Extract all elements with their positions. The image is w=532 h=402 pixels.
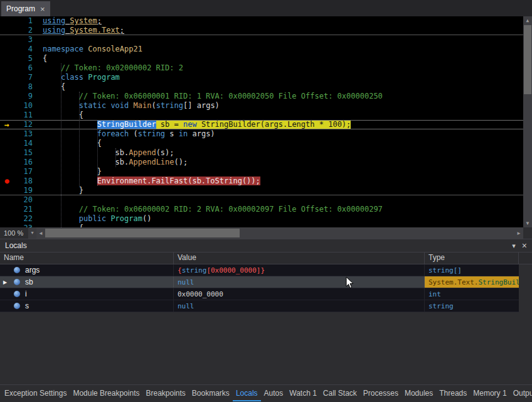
- editor-vertical-scrollbar[interactable]: ▲ ▼: [523, 16, 532, 227]
- code-text[interactable]: // Token: 0x06000001 RID: 1 RVA: 0x00002…: [43, 92, 383, 101]
- code-text[interactable]: }: [43, 167, 102, 177]
- variable-name: s: [25, 302, 29, 310]
- scroll-up-icon[interactable]: ▲: [523, 16, 532, 24]
- column-header-type[interactable]: Type: [425, 253, 519, 264]
- code-text[interactable]: {: [43, 54, 47, 63]
- breakpoint-margin[interactable]: [0, 92, 14, 101]
- breakpoint-margin[interactable]: [0, 224, 14, 227]
- line-number: 21: [14, 205, 33, 214]
- bottom-tab-call-stack[interactable]: Call Stack: [320, 386, 360, 401]
- scroll-down-icon[interactable]: ▼: [523, 219, 532, 227]
- breakpoint-margin[interactable]: [0, 63, 14, 73]
- code-text[interactable]: using System.Text;: [43, 26, 124, 35]
- code-line: 3: [0, 35, 523, 45]
- breakpoint-margin[interactable]: [0, 139, 14, 148]
- bottom-tab-processes[interactable]: Processes: [360, 386, 402, 401]
- bottom-tab-exception-settings[interactable]: Exception Settings: [1, 386, 70, 401]
- breakpoint-margin[interactable]: [0, 158, 14, 167]
- scrollbar-corner: [523, 227, 532, 239]
- current-statement-arrow[interactable]: →: [0, 120, 14, 129]
- bottom-tab-module-breakpoints[interactable]: Module Breakpoints: [70, 386, 142, 401]
- variable-name: sb: [25, 278, 33, 286]
- code-text[interactable]: {: [43, 224, 83, 227]
- code-text[interactable]: namespace ConsoleApp21: [43, 45, 142, 54]
- line-number: 22: [14, 214, 33, 224]
- locals-row[interactable]: snullstring: [0, 300, 519, 312]
- line-number: 7: [14, 73, 33, 82]
- breakpoint-margin[interactable]: [0, 73, 14, 82]
- code-line: 8 {: [0, 82, 523, 92]
- bottom-tab-output[interactable]: Output: [510, 386, 532, 401]
- locals-name-cell: i: [0, 288, 174, 300]
- bottom-tab-threads[interactable]: Threads: [436, 386, 470, 401]
- code-text[interactable]: {: [43, 82, 65, 92]
- scroll-right-icon[interactable]: ►: [514, 231, 523, 236]
- code-text[interactable]: sb.AppendLine();: [43, 158, 188, 167]
- code-text[interactable]: using System;: [43, 16, 102, 26]
- tab-title: Program: [6, 4, 35, 13]
- breakpoint-margin[interactable]: [0, 45, 14, 54]
- bottom-tab-bookmarks[interactable]: Bookmarks: [189, 386, 233, 401]
- code-line: 20: [0, 195, 523, 205]
- code-line: 7 class Program: [0, 73, 523, 82]
- breakpoint-margin[interactable]: [0, 101, 14, 111]
- code-line: 23 {: [0, 224, 523, 227]
- breakpoint-margin[interactable]: [0, 129, 14, 139]
- breakpoint-margin[interactable]: [0, 35, 14, 45]
- code-text[interactable]: class Program: [43, 73, 120, 82]
- breakpoint-margin[interactable]: [0, 16, 14, 26]
- code-text[interactable]: foreach (string s in args): [43, 129, 215, 139]
- code-line: 16 sb.AppendLine();: [0, 158, 523, 167]
- breakpoint-margin[interactable]: [0, 148, 14, 158]
- line-number: 15: [14, 148, 33, 158]
- code-editor[interactable]: 1using System;2using System.Text;34names…: [0, 16, 532, 227]
- code-text[interactable]: // Token: 0x02000002 RID: 2: [43, 63, 183, 73]
- bottom-tab-breakpoints[interactable]: Breakpoints: [142, 386, 188, 401]
- zoom-control[interactable]: 100 % ▾: [0, 227, 36, 239]
- document-tab-strip: Program ×: [0, 0, 532, 16]
- line-number: 9: [14, 92, 33, 101]
- code-text[interactable]: // Token: 0x06000002 RID: 2 RVA: 0x00002…: [43, 205, 383, 214]
- breakpoint-margin[interactable]: [0, 54, 14, 63]
- locals-title-bar: Locals ▾ ×: [0, 239, 532, 252]
- expander-icon[interactable]: ▶: [0, 280, 10, 285]
- locals-name-cell: s: [0, 300, 174, 312]
- breakpoint-margin[interactable]: [0, 82, 14, 92]
- locals-row[interactable]: args{string[0x0000_0000]}string[]: [0, 264, 519, 276]
- bottom-tab-modules[interactable]: Modules: [402, 386, 436, 401]
- bottom-tab-autos[interactable]: Autos: [261, 386, 287, 401]
- bottom-tab-locals[interactable]: Locals: [233, 386, 261, 401]
- breakpoint-margin[interactable]: [0, 167, 14, 177]
- breakpoint-margin[interactable]: [0, 26, 14, 35]
- code-text[interactable]: static void Main(string[] args): [43, 101, 220, 111]
- tab-program[interactable]: Program ×: [1, 1, 50, 16]
- breakpoint-margin[interactable]: [0, 195, 14, 205]
- code-text[interactable]: Environment.FailFast(sb.ToString());: [43, 177, 260, 186]
- locals-row[interactable]: ▶sbnullSystem.Text.StringBuilder: [0, 276, 519, 288]
- close-panel-icon[interactable]: ×: [522, 241, 527, 251]
- breakpoint-margin[interactable]: [0, 205, 14, 214]
- breakpoint-margin[interactable]: [0, 111, 14, 120]
- code-text[interactable]: }: [43, 186, 83, 195]
- code-text[interactable]: public Program(): [43, 214, 151, 224]
- variable-icon: [14, 291, 20, 297]
- code-text[interactable]: StringBuilder sb = new StringBuilder(arg…: [43, 120, 351, 129]
- window-position-icon[interactable]: ▾: [512, 242, 516, 250]
- code-text[interactable]: {: [43, 139, 102, 148]
- line-number: 6: [14, 63, 33, 73]
- bottom-tab-watch-1[interactable]: Watch 1: [286, 386, 320, 401]
- column-header-name[interactable]: Name: [0, 253, 174, 264]
- scroll-left-icon[interactable]: ◄: [36, 231, 45, 236]
- code-text[interactable]: {: [43, 111, 83, 120]
- breakpoint-margin[interactable]: [0, 214, 14, 224]
- tab-close-icon[interactable]: ×: [40, 5, 45, 13]
- locals-row[interactable]: i0x0000_0000int: [0, 288, 519, 300]
- horizontal-scroll-thumb[interactable]: [45, 229, 240, 237]
- breakpoint-margin[interactable]: [0, 186, 14, 195]
- zoom-dropdown-icon[interactable]: ▾: [28, 227, 36, 239]
- column-header-value[interactable]: Value: [174, 253, 425, 264]
- vertical-scroll-thumb[interactable]: [524, 25, 531, 94]
- breakpoint-icon[interactable]: ●: [0, 177, 14, 186]
- code-text[interactable]: sb.Append(s);: [43, 148, 174, 158]
- bottom-tab-memory-1[interactable]: Memory 1: [470, 386, 509, 401]
